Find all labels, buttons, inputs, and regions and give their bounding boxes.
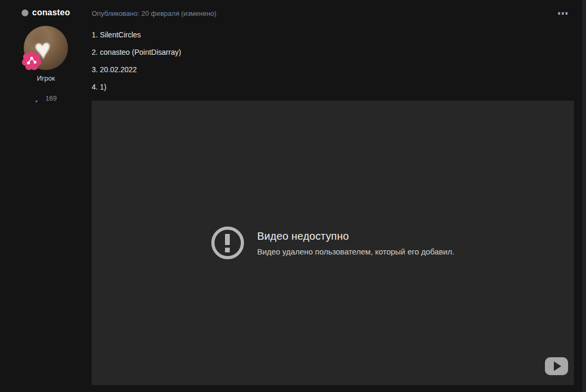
post-list-item: 1. SilentCircles <box>92 30 574 40</box>
post-meta-row: Опубликовано: 20 февраля (изменено) <box>92 9 574 17</box>
post-list-item: 4. 1) <box>92 82 574 92</box>
share-icon <box>22 51 42 71</box>
avatar-wrap: ♥ <box>19 26 72 70</box>
video-error-texts: Видео недоступно Видео удалено пользоват… <box>257 230 454 256</box>
scrollbar-track[interactable] <box>582 0 586 392</box>
post-content: Опубликовано: 20 февраля (изменено) 1. S… <box>92 0 586 392</box>
youtube-embed[interactable]: Видео недоступно Видео удалено пользоват… <box>92 101 574 385</box>
forum-post-page: conasteo ♥ <box>0 0 586 392</box>
youtube-logo-button[interactable] <box>545 357 568 375</box>
post-list-item: 2. conasteo (PointDisarray) <box>92 47 574 57</box>
offline-status-dot-icon <box>22 9 28 16</box>
video-error-title: Видео недоступно <box>257 230 454 242</box>
published-label: Опубликовано: 20 февраля (изменено) <box>92 9 217 17</box>
rank-badge[interactable] <box>22 51 42 71</box>
exclamation-circle-icon <box>211 227 244 259</box>
video-error-message: Видео недоступно Видео удалено пользоват… <box>211 227 454 259</box>
post-options-button[interactable] <box>557 11 569 16</box>
play-triangle-icon <box>554 361 561 371</box>
author-sidebar: conasteo ♥ <box>0 0 92 392</box>
ellipsis-icon <box>558 12 560 15</box>
author-username-row[interactable]: conasteo <box>22 8 70 17</box>
post-list-item: 3. 20.02.2022 <box>92 65 574 75</box>
rank-label: Игрок <box>37 74 55 82</box>
comment-count-value: 169 <box>45 94 57 102</box>
video-error-subtitle: Видео удалено пользователем, который его… <box>257 247 454 256</box>
speech-bubble-icon <box>35 95 43 101</box>
comment-count: 169 <box>35 94 57 102</box>
author-username[interactable]: conasteo <box>32 8 70 17</box>
